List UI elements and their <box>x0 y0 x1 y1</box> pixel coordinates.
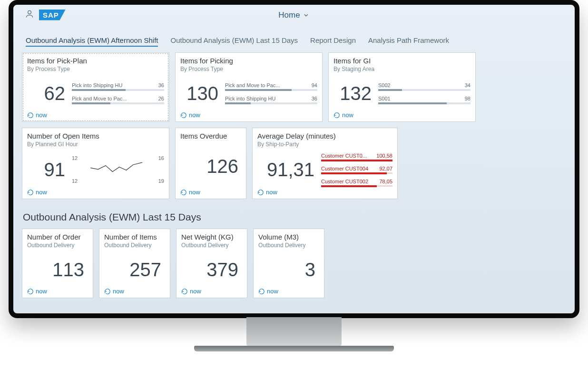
kpi-value: 130 <box>180 83 218 104</box>
refresh-icon <box>181 288 188 295</box>
kpi-row-1: Items for Pick-Plan By Process Type 62 P… <box>22 52 566 122</box>
sparkline-chart: 12 16 12 19 <box>72 155 164 184</box>
refresh-icon <box>257 189 264 196</box>
kpi-value: 257 <box>104 259 165 281</box>
monitor-stand <box>246 317 342 346</box>
card-title: Items for GI <box>333 57 470 65</box>
refresh-button[interactable]: now <box>258 286 319 295</box>
tab-bar: Outbound Analysis (EWM) Afternoon Shift … <box>22 22 566 52</box>
kpi-value: 126 <box>180 156 241 177</box>
monitor-base <box>194 346 394 351</box>
refresh-icon <box>104 288 111 295</box>
kpi-row-3: Number of Order Outbound Delivery 113 no… <box>22 229 566 298</box>
refresh-icon <box>180 189 187 196</box>
svg-point-0 <box>28 10 31 14</box>
kpi-value: 3 <box>258 259 319 281</box>
sap-logo: SAP <box>39 10 66 20</box>
kpi-value: 62 <box>27 83 65 104</box>
card-picking[interactable]: Items for Picking By Process Type 130 Pi… <box>175 52 323 122</box>
refresh-icon <box>258 288 265 295</box>
monitor-frame: SAP Home Outbound Analysis (EWM) Afterno… <box>9 0 579 318</box>
app-screen: SAP Home Outbound Analysis (EWM) Afterno… <box>13 9 575 306</box>
card-subtitle: By Process Type <box>180 66 317 72</box>
refresh-button[interactable]: now <box>104 286 165 295</box>
refresh-button[interactable]: now <box>27 187 164 196</box>
kpi-value: 379 <box>181 259 242 281</box>
refresh-icon <box>333 112 340 119</box>
bar-list: S00234 S00198 <box>378 82 470 104</box>
bar-list: Pick and Move to Pac...94 Pick into Ship… <box>225 82 317 104</box>
bar-item: Pick into Shipping HU36 <box>72 82 164 91</box>
refresh-button[interactable]: now <box>257 187 392 196</box>
refresh-button[interactable]: now <box>27 110 164 119</box>
bar-list: Customer CUST0...100,58 Customer CUST004… <box>321 153 392 187</box>
home-label: Home <box>278 10 300 20</box>
chevron-down-icon <box>303 12 310 19</box>
refresh-icon <box>27 189 34 196</box>
refresh-icon <box>180 112 187 119</box>
card-title: Volume (M3) <box>258 233 319 241</box>
card-net-weight[interactable]: Net Weight (KG) Outbound Delivery 379 no… <box>176 229 247 298</box>
tab-afternoon-shift[interactable]: Outbound Analysis (EWM) Afternoon Shift <box>26 36 158 47</box>
refresh-button[interactable]: now <box>180 187 241 196</box>
top-bar-left: SAP <box>22 7 69 23</box>
card-items[interactable]: Number of Items Outbound Delivery 257 no… <box>99 229 170 298</box>
refresh-button[interactable]: now <box>180 110 317 119</box>
refresh-icon <box>27 288 34 295</box>
card-orders[interactable]: Number of Order Outbound Delivery 113 no… <box>22 229 93 298</box>
bar-item: Pick and Move to Pac...26 <box>72 96 164 104</box>
card-title: Average Delay (minutes) <box>257 132 392 140</box>
card-title: Items for Picking <box>180 57 317 65</box>
top-bar: SAP Home <box>22 9 566 22</box>
card-title: Number of Items <box>104 233 165 241</box>
tab-report-design[interactable]: Report Design <box>310 36 356 47</box>
card-subtitle: Outbound Delivery <box>258 242 319 249</box>
card-title: Net Weight (KG) <box>181 233 242 241</box>
home-dropdown[interactable]: Home <box>278 10 309 20</box>
card-volume[interactable]: Volume (M3) Outbound Delivery 3 now <box>253 229 324 298</box>
card-subtitle: By Staging Area <box>333 66 470 72</box>
kpi-value: 132 <box>333 83 372 104</box>
bar-list: Pick into Shipping HU36 Pick and Move to… <box>72 82 164 104</box>
kpi-value: 113 <box>27 259 88 281</box>
card-subtitle: Outbound Delivery <box>27 242 88 249</box>
refresh-button[interactable]: now <box>333 110 470 119</box>
card-title: Items Overdue <box>180 132 241 140</box>
card-title: Items for Pick-Plan <box>27 57 164 65</box>
card-subtitle: By Process Type <box>27 66 164 72</box>
card-avg-delay[interactable]: Average Delay (minutes) By Ship-to-Party… <box>252 128 398 199</box>
tab-last-15-days[interactable]: Outbound Analysis (EWM) Last 15 Days <box>170 36 298 47</box>
user-icon[interactable] <box>25 9 34 20</box>
refresh-button[interactable]: now <box>181 286 242 295</box>
kpi-row-2: Number of Open Items By Planned GI Hour … <box>22 128 566 199</box>
card-subtitle: Outbound Delivery <box>104 242 165 249</box>
card-title: Number of Order <box>27 233 88 241</box>
card-pick-plan[interactable]: Items for Pick-Plan By Process Type 62 P… <box>22 52 169 122</box>
card-title: Number of Open Items <box>27 132 164 140</box>
card-open-items[interactable]: Number of Open Items By Planned GI Hour … <box>22 128 169 199</box>
refresh-icon <box>27 112 34 119</box>
card-overdue[interactable]: Items Overdue 126 now <box>175 128 246 199</box>
card-subtitle: By Planned GI Hour <box>27 141 164 148</box>
section-title: Outbound Analysis (EWM) Last 15 Days <box>22 205 566 229</box>
kpi-value: 91,31 <box>257 159 314 180</box>
tab-analysis-path[interactable]: Analysis Path Framework <box>368 36 449 47</box>
card-gi[interactable]: Items for GI By Staging Area 132 S00234 … <box>328 52 476 122</box>
kpi-value: 91 <box>27 159 65 180</box>
card-subtitle: Outbound Delivery <box>181 242 242 249</box>
card-subtitle: By Ship-to-Party <box>257 141 392 148</box>
refresh-button[interactable]: now <box>27 286 88 295</box>
